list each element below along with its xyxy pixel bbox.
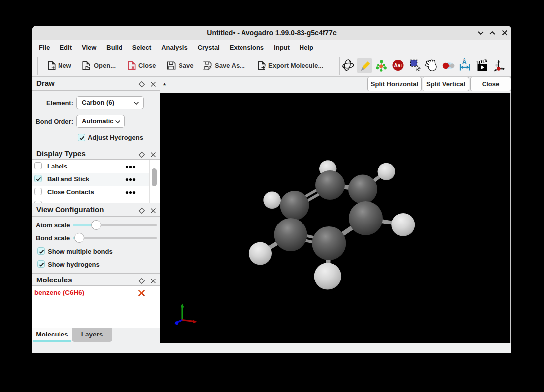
svg-text:Aa: Aa [394,63,401,68]
svg-text:Å: Å [462,58,467,66]
svg-text:I: I [401,62,403,68]
